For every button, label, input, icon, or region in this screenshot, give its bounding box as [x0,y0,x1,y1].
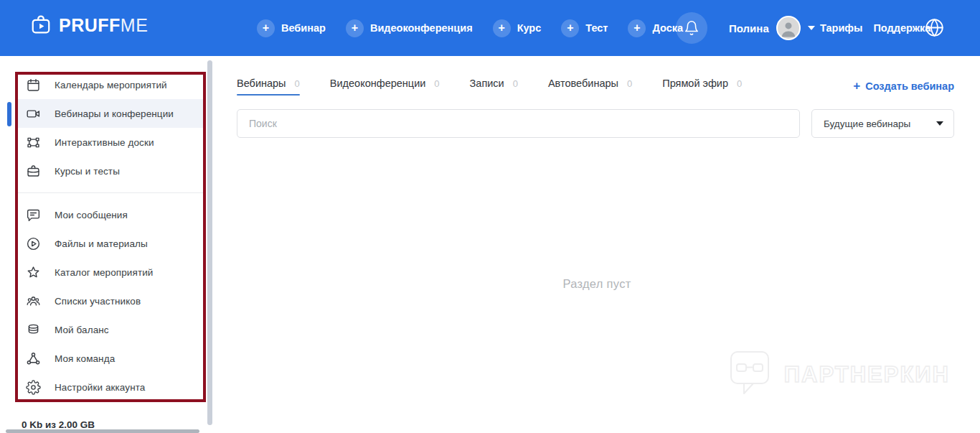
sidebar-scrollbar[interactable] [207,60,212,425]
watermark-text: ПАРТНЕРКИН [784,362,950,388]
tab-live[interactable]: Прямой эфир 0 [662,78,742,96]
briefcase-icon [26,164,41,179]
coins-icon [26,322,41,337]
sidebar-item-files[interactable]: Файлы и материалы [16,229,205,258]
plus-icon: + [853,80,860,92]
sidebar-item-boards[interactable]: Интерактивные доски [16,128,205,157]
search-input[interactable] [237,109,800,138]
storage-progress-bar [6,429,199,433]
content-tabs: Вебинары 0 Видеоконференции 0 Записи 0 А… [237,78,742,96]
support-link[interactable]: Поддержка [873,22,930,34]
tab-count: 0 [295,78,300,89]
tab-count: 0 [434,78,439,89]
create-videoconference-button[interactable]: + Видеоконференция [346,19,473,37]
plus-icon: + [493,19,511,37]
sidebar-item-settings[interactable]: Настройки аккаунта [16,373,205,401]
sidebar-divider [16,192,205,193]
tab-webinars[interactable]: Вебинары 0 [237,78,300,96]
sidebar-item-webinars[interactable]: Вебинары и конференции [16,99,205,128]
bell-icon [684,20,699,36]
tab-count: 0 [513,78,518,89]
sidebar-item-courses[interactable]: Курсы и тесты [16,157,205,185]
globe-icon [925,18,944,37]
sidebar-item-calendar[interactable]: Календарь мероприятий [16,70,205,99]
star-icon [26,265,41,280]
people-group-icon [26,294,41,309]
user-menu[interactable]: Полина [729,0,815,56]
calendar-icon [26,78,41,93]
network-nodes-icon [26,351,41,366]
empty-section-text: Раздел пуст [214,277,980,291]
chevron-down-icon [808,26,815,30]
whiteboard-icon [26,135,41,150]
plus-icon: + [628,19,646,37]
create-board-button[interactable]: + Доска [628,19,683,37]
sidebar-item-team[interactable]: Моя команда [16,344,205,373]
watermark-logo-icon [728,349,773,401]
play-circle-icon [26,236,41,251]
sidebar-item-messages[interactable]: Мои сообщения [16,200,205,229]
plus-icon: + [346,19,364,37]
header-links: Тарифы Поддержка [820,0,930,56]
watermark: ПАРТНЕРКИН [728,349,950,401]
tariffs-link[interactable]: Тарифы [820,22,862,34]
gear-icon [26,380,41,395]
chevron-down-icon [936,121,943,126]
sidebar-item-catalog[interactable]: Каталог мероприятий [16,258,205,287]
pruffme-logo[interactable]: PRUFFME [30,14,148,36]
notifications-button[interactable] [676,12,707,44]
avatar [776,16,801,40]
tab-autowebinars[interactable]: Автовебинары 0 [548,78,632,96]
active-item-indicator [7,102,11,126]
header-create-nav: + Вебинар + Видеоконференция + Курс + Те… [257,0,683,56]
create-webinar-button[interactable]: + Вебинар [257,19,326,37]
video-camera-icon [26,106,41,121]
logo-text: PRUFFME [59,15,148,36]
language-button[interactable] [925,18,944,40]
top-header: PRUFFME + Вебинар + Видеоконференция + К… [0,0,980,56]
tab-count: 0 [737,78,742,89]
webinar-filter-dropdown[interactable]: Будущие вебинары [811,109,954,138]
sidebar-item-balance[interactable]: Мой баланс [16,315,205,344]
tab-count: 0 [627,78,632,89]
main-content: Вебинары 0 Видеоконференции 0 Записи 0 А… [214,56,980,433]
plus-icon: + [257,19,275,37]
sidebar-item-participants[interactable]: Списки участников [16,287,205,315]
chat-bubble-icon [26,208,41,223]
create-test-button[interactable]: + Тест [561,19,608,37]
user-name: Полина [729,22,769,34]
sidebar-menu: Календарь мероприятий Вебинары и конфере… [16,70,205,401]
briefcase-play-icon [30,14,52,36]
tab-records[interactable]: Записи 0 [470,78,518,96]
person-icon [778,17,799,39]
tab-videoconferences[interactable]: Видеоконференции 0 [330,78,440,96]
create-webinar-link[interactable]: + Создать вебинар [853,80,954,92]
plus-icon: + [561,19,579,37]
sidebar: Календарь мероприятий Вебинары и конфере… [0,56,207,433]
create-course-button[interactable]: + Курс [493,19,542,37]
storage-usage-label: 0 Kb из 2.00 GB [22,419,95,430]
